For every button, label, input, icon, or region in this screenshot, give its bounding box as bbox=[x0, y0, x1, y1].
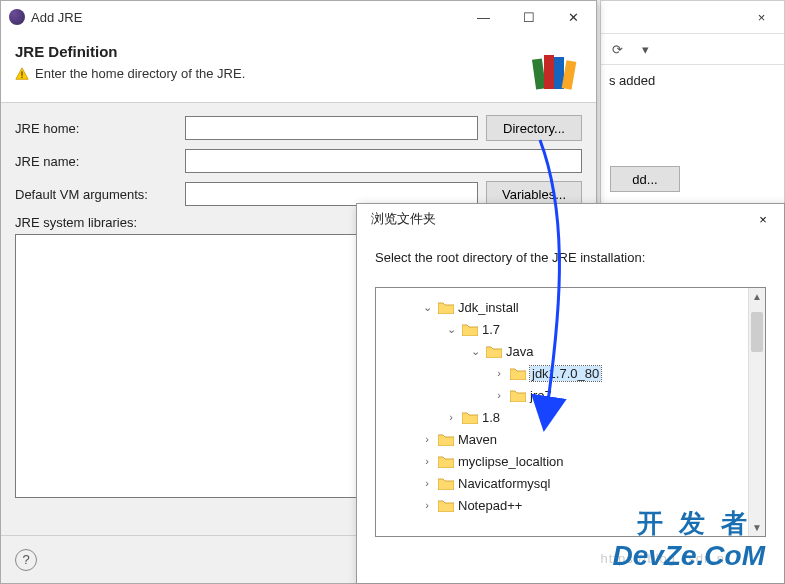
dropdown-icon[interactable]: ▾ bbox=[633, 37, 657, 61]
jre-name-row: JRE name: bbox=[15, 149, 582, 173]
chevron-right-icon[interactable]: › bbox=[492, 389, 506, 401]
browse-folder-dialog: 浏览文件夹 × Select the root directory of the… bbox=[356, 203, 785, 584]
bg-titlebar: × bbox=[601, 1, 784, 33]
tree-node[interactable]: ›Navicatformysql bbox=[376, 472, 765, 494]
bg-toolbar: ⟳ ▾ bbox=[601, 33, 784, 65]
tree-node-label: 1.7 bbox=[482, 322, 500, 337]
tree-node[interactable]: ›myclipse_localtion bbox=[376, 450, 765, 472]
tree-node[interactable]: ›Maven bbox=[376, 428, 765, 450]
folder-icon bbox=[486, 345, 502, 358]
scroll-down-icon[interactable]: ▼ bbox=[749, 519, 765, 536]
tree-node-label: Navicatformysql bbox=[458, 476, 550, 491]
tree-node-label: Jdk_install bbox=[458, 300, 519, 315]
header-subtitle: Enter the home directory of the JRE. bbox=[15, 66, 582, 81]
tree-node[interactable]: ⌄Java bbox=[376, 340, 765, 362]
tree-node-label: Java bbox=[506, 344, 533, 359]
jre-home-label: JRE home: bbox=[15, 121, 185, 136]
scroll-up-icon[interactable]: ▲ bbox=[749, 288, 765, 305]
browse-titlebar: 浏览文件夹 × bbox=[357, 204, 784, 234]
tree-node[interactable]: ⌄Jdk_install bbox=[376, 296, 765, 318]
folder-tree[interactable]: ⌄Jdk_install⌄1.7⌄Java›jdk1.7.0_80›jre7›1… bbox=[375, 287, 766, 537]
close-icon[interactable]: × bbox=[739, 3, 784, 31]
refresh-icon[interactable]: ⟳ bbox=[605, 37, 629, 61]
folder-icon bbox=[438, 477, 454, 490]
directory-button[interactable]: Directory... bbox=[486, 115, 582, 141]
svg-rect-4 bbox=[544, 55, 554, 89]
page-title: JRE Definition bbox=[15, 43, 582, 60]
tree-node-label: Maven bbox=[458, 432, 497, 447]
jre-name-label: JRE name: bbox=[15, 154, 185, 169]
chevron-down-icon[interactable]: ⌄ bbox=[420, 301, 434, 314]
chevron-right-icon[interactable]: › bbox=[492, 367, 506, 379]
folder-icon bbox=[510, 389, 526, 402]
chevron-right-icon[interactable]: › bbox=[420, 477, 434, 489]
tree-node[interactable]: ›Notepad++ bbox=[376, 494, 765, 516]
close-button[interactable]: ✕ bbox=[551, 3, 596, 31]
chevron-down-icon[interactable]: ⌄ bbox=[468, 345, 482, 358]
titlebar: Add JRE — ☐ ✕ bbox=[1, 1, 596, 33]
folder-icon bbox=[438, 433, 454, 446]
bg-add-button[interactable]: dd... bbox=[610, 166, 680, 192]
tree-node[interactable]: ⌄1.7 bbox=[376, 318, 765, 340]
folder-icon bbox=[438, 455, 454, 468]
scroll-thumb[interactable] bbox=[751, 312, 763, 352]
eclipse-icon bbox=[9, 9, 25, 25]
svg-rect-3 bbox=[532, 58, 546, 89]
browse-title: 浏览文件夹 bbox=[371, 210, 748, 228]
chevron-down-icon[interactable]: ⌄ bbox=[444, 323, 458, 336]
maximize-button[interactable]: ☐ bbox=[506, 3, 551, 31]
jre-name-input[interactable] bbox=[185, 149, 582, 173]
tree-node-label: jdk1.7.0_80 bbox=[530, 366, 601, 381]
jre-home-row: JRE home: Directory... bbox=[15, 115, 582, 141]
folder-icon bbox=[462, 411, 478, 424]
folder-icon bbox=[510, 367, 526, 380]
chevron-right-icon[interactable]: › bbox=[420, 455, 434, 467]
scrollbar[interactable]: ▲ ▼ bbox=[748, 288, 765, 536]
dialog-header: JRE Definition Enter the home directory … bbox=[1, 33, 596, 103]
close-icon[interactable]: × bbox=[748, 207, 778, 231]
tree-node-label: Notepad++ bbox=[458, 498, 522, 513]
bg-body-text: s added bbox=[601, 65, 784, 96]
help-icon[interactable]: ? bbox=[15, 549, 37, 571]
tree-node-label: 1.8 bbox=[482, 410, 500, 425]
tree-node[interactable]: ›1.8 bbox=[376, 406, 765, 428]
svg-rect-1 bbox=[21, 71, 22, 75]
tree-node-label: myclipse_localtion bbox=[458, 454, 564, 469]
svg-rect-2 bbox=[21, 76, 22, 77]
tree-node-label: jre7 bbox=[530, 388, 552, 403]
chevron-right-icon[interactable]: › bbox=[444, 411, 458, 423]
window-buttons: — ☐ ✕ bbox=[461, 3, 596, 31]
folder-icon bbox=[438, 301, 454, 314]
vm-args-label: Default VM arguments: bbox=[15, 187, 185, 202]
chevron-right-icon[interactable]: › bbox=[420, 433, 434, 445]
warning-icon bbox=[15, 67, 29, 81]
folder-icon bbox=[438, 499, 454, 512]
library-books-icon bbox=[528, 41, 584, 97]
tree-node[interactable]: ›jre7 bbox=[376, 384, 765, 406]
window-title: Add JRE bbox=[31, 10, 461, 25]
header-message: Enter the home directory of the JRE. bbox=[35, 66, 245, 81]
folder-icon bbox=[462, 323, 478, 336]
tree-node[interactable]: ›jdk1.7.0_80 bbox=[376, 362, 765, 384]
chevron-right-icon[interactable]: › bbox=[420, 499, 434, 511]
minimize-button[interactable]: — bbox=[461, 3, 506, 31]
browse-instruction: Select the root directory of the JRE ins… bbox=[357, 234, 784, 273]
jre-home-input[interactable] bbox=[185, 116, 478, 140]
